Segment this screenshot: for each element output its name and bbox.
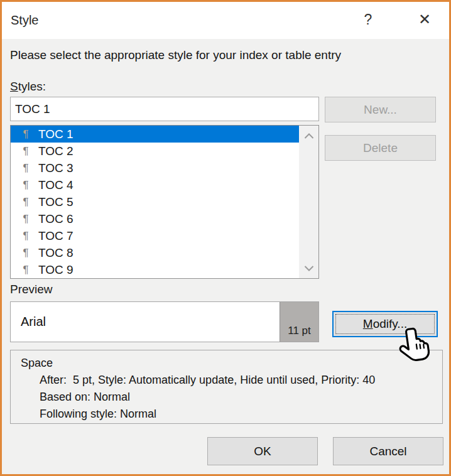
close-icon: ✕ [418,11,431,28]
description-style-name: Space [21,355,436,372]
help-button[interactable]: ? [357,2,379,39]
style-list-item[interactable]: ¶ TOC 4 [11,176,318,193]
new-button[interactable]: New... [325,97,436,122]
style-item-label: TOC 8 [38,244,73,261]
list-scrollbar[interactable] [299,126,318,278]
pilcrow-icon: ¶ [19,244,33,261]
style-dialog: Style ? ✕ Please select the appropriate … [0,0,451,476]
style-list-item[interactable]: ¶ TOC 1 [11,126,318,143]
ok-button[interactable]: OK [207,437,318,465]
pilcrow-icon: ¶ [19,160,33,176]
modify-label-rest: odify... [373,317,408,330]
description-line-2: Based on: Normal [21,389,436,406]
style-list-item[interactable]: ¶ TOC 7 [11,227,318,244]
style-list-item[interactable]: ¶ TOC 8 [11,244,318,261]
close-button[interactable]: ✕ [413,2,437,39]
style-item-label: TOC 6 [38,210,73,227]
help-icon: ? [364,11,372,28]
style-item-label: TOC 4 [38,176,73,193]
style-list-item[interactable]: ¶ TOC 6 [11,210,318,227]
pilcrow-icon: ¶ [19,176,33,193]
style-item-label: TOC 3 [38,160,73,176]
style-list-item[interactable]: ¶ TOC 3 [11,160,318,176]
preview-font-size: 11 pt [280,302,318,342]
styles-label-accelerator: S [10,80,18,93]
style-name-input[interactable] [10,97,319,121]
preview-font-name: Arial [11,302,280,342]
scroll-up-button[interactable] [299,127,318,144]
style-description-box: Space After: 5 pt, Style: Automatically … [10,350,443,424]
preview-label: Preview [10,283,53,296]
preview-box: Arial 11 pt [10,301,319,342]
instruction-text: Please select the appropriate style for … [10,48,341,62]
style-list-item[interactable]: ¶ TOC 9 [11,261,318,278]
style-item-label: TOC 7 [38,227,73,244]
style-item-label: TOC 9 [38,261,73,278]
title-bar: Style ? ✕ [2,2,449,39]
cancel-button[interactable]: Cancel [333,437,443,465]
delete-button[interactable]: Delete [325,135,436,161]
styles-label-rest: tyles: [18,80,46,93]
chevron-down-icon [304,266,314,271]
pilcrow-icon: ¶ [19,193,33,210]
description-line-1: After: 5 pt, Style: Automatically update… [21,372,436,389]
style-item-label: TOC 2 [38,143,73,160]
pilcrow-icon: ¶ [19,126,33,143]
dialog-title: Style [11,2,38,39]
pilcrow-icon: ¶ [19,210,33,227]
modify-button[interactable]: Modify... [332,311,438,337]
scroll-down-button[interactable] [299,259,318,277]
pilcrow-icon: ¶ [19,143,33,160]
modify-accelerator: M [363,317,373,330]
styles-label: Styles: [10,80,46,94]
pilcrow-icon: ¶ [19,227,33,244]
style-list-item[interactable]: ¶ TOC 5 [11,193,318,210]
styles-listbox: ¶ TOC 1 ¶ TOC 2 ¶ TOC 3 ¶ TOC 4 ¶ TOC 5 … [10,125,319,279]
style-item-label: TOC 5 [38,193,73,210]
style-list-item[interactable]: ¶ TOC 2 [11,143,318,160]
pilcrow-icon: ¶ [19,261,33,278]
description-line-3: Following style: Normal [21,406,436,423]
style-item-label: TOC 1 [38,126,73,143]
chevron-up-icon [304,133,314,139]
